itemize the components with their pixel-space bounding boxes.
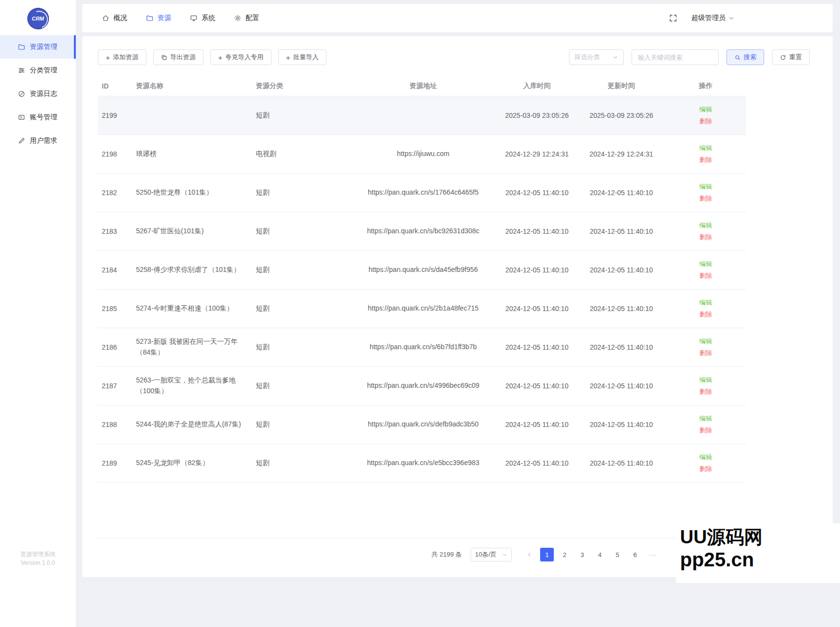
header-created-time: 入库时间 [497,82,577,90]
watermark-line2: pp25.cn [680,548,840,571]
cell-id: 2198 [98,150,132,158]
header-id: ID [98,82,132,90]
page-number-button[interactable]: 1 [540,548,554,561]
nav-item-resources[interactable]: 资源 [146,14,171,22]
delete-link[interactable]: 删除 [700,156,712,164]
delete-link[interactable]: 删除 [700,465,712,473]
delete-link[interactable]: 删除 [700,233,712,242]
nav-item-system[interactable]: 系统 [190,14,215,22]
delete-link[interactable]: 删除 [700,271,712,280]
cell-resource-category: 短剧 [252,420,350,429]
sidebar-item-resource-management[interactable]: 资源管理 [0,35,76,59]
cell-resource-url: https://pan.quark.cn/s/defb9adc3b50 [350,419,497,430]
cell-created-time: 2024-12-05 11:40:10 [497,343,577,351]
sidebar-item-account-management[interactable]: 账号管理 [0,106,76,129]
sidebar-item-user-requirements[interactable]: 用户需求 [0,129,76,153]
sidebar-item-category-management[interactable]: 分类管理 [0,59,76,82]
page-number-button[interactable]: 3 [575,548,589,561]
home-icon [102,14,110,22]
category-filter-select[interactable]: 筛选分类 [569,49,624,65]
cell-resource-url: https://pan.quark.cn/s/da45efb9f956 [350,265,497,275]
delete-link[interactable]: 删除 [700,387,712,396]
quark-import-button[interactable]: + 夸克导入专用 [210,49,272,65]
edit-link[interactable]: 编辑 [700,221,712,230]
cell-created-time: 2024-12-05 11:40:10 [497,266,577,274]
cell-id: 2188 [98,421,132,428]
previous-page-button[interactable] [522,548,536,561]
watermark: UU源码网 pp25.cn [676,523,840,583]
sidebar-item-label: 资源管理 [30,43,57,51]
delete-link[interactable]: 删除 [700,426,712,435]
cell-actions: 编辑 删除 [665,337,746,358]
table-row: 2187 5263-一胎双宝，抢个总裁当爹地（100集） 短剧 https://… [98,367,746,405]
edit-link[interactable]: 编辑 [700,298,712,307]
nav-item-overview[interactable]: 概况 [102,14,127,22]
cell-id: 2187 [98,382,132,390]
table-row: 2184 5258-傅少求求你别虐了（101集） 短剧 https://pan.… [98,251,746,290]
cell-updated-time: 2024-12-05 11:40:10 [577,459,665,467]
user-menu[interactable]: 超级管理员 [691,14,735,22]
cell-actions: 编辑 删除 [665,298,746,319]
cell-actions: 编辑 删除 [665,182,746,203]
nav-item-config[interactable]: 配置 [234,14,259,22]
cell-actions: 编辑 删除 [665,144,746,164]
cell-id: 2184 [98,266,132,274]
sidebar-item-label: 资源日志 [30,90,57,98]
sidebar-footer: 资源管理系统 Version 1.0.0 [0,550,76,567]
cell-updated-time: 2024-12-05 11:40:10 [577,343,665,351]
cell-resource-category: 短剧 [252,343,350,352]
cell-actions: 编辑 删除 [665,376,746,396]
delete-link[interactable]: 删除 [700,310,712,319]
cell-resource-name: 5274-今时重逢不相逢（100集） [132,303,252,314]
edit-link[interactable]: 编辑 [700,144,712,153]
batch-import-button[interactable]: + 批量导入 [278,49,327,65]
reset-button[interactable]: 重置 [772,49,810,65]
delete-link[interactable]: 删除 [700,349,712,358]
more-pages-ellipsis[interactable]: ··· [646,548,659,561]
page-number-button[interactable]: 4 [593,548,607,561]
cell-updated-time: 2024-12-05 11:40:10 [577,189,665,197]
cell-created-time: 2024-12-29 12:24:31 [497,150,577,158]
delete-link[interactable]: 删除 [700,194,712,203]
cell-resource-name: 5273-新版 我被困在同一天一万年（84集） [132,336,252,358]
edit-link[interactable]: 编辑 [700,453,712,462]
keyword-search-input[interactable] [632,49,719,65]
cell-actions: 编辑 删除 [665,414,746,435]
chevron-down-icon [613,54,618,60]
cell-resource-url: https://pan.quark.cn/s/4996bec69c09 [350,381,497,391]
app-logo: CRM [0,0,76,37]
cell-resource-url: https://pan.quark.cn/s/17664c6465f5 [350,187,497,198]
cell-created-time: 2024-12-05 11:40:10 [497,227,577,235]
nav-item-label: 资源 [158,14,171,22]
edit-link[interactable]: 编辑 [700,337,712,346]
header-resource-name: 资源名称 [132,81,252,91]
cell-created-time: 2025-03-09 23:05:26 [497,112,577,119]
cell-resource-category: 短剧 [252,111,350,120]
sidebar-item-resource-logs[interactable]: 资源日志 [0,82,76,106]
fullscreen-icon[interactable] [669,14,678,22]
table-empty-space [98,483,746,538]
page-number-button[interactable]: 5 [611,548,624,561]
refresh-icon [780,54,786,61]
crm-logo-icon: CRM [27,8,49,29]
cell-resource-category: 短剧 [252,188,350,197]
add-resource-button[interactable]: + 添加资源 [98,49,146,65]
delete-link[interactable]: 删除 [700,117,712,126]
edit-link[interactable]: 编辑 [700,260,712,269]
folder-icon [18,43,25,51]
export-resource-button[interactable]: 导出资源 [153,49,204,65]
edit-link[interactable]: 编辑 [700,182,712,191]
table-row: 2186 5273-新版 我被困在同一天一万年（84集） 短剧 https://… [98,328,746,367]
pen-icon [18,137,25,145]
page-number-button[interactable]: 6 [628,548,642,561]
edit-link[interactable]: 编辑 [700,414,712,423]
page-number-button[interactable]: 2 [558,548,571,561]
monitor-icon [190,14,198,22]
plus-icon: + [286,54,291,61]
chevron-down-icon [502,552,507,558]
edit-link[interactable]: 编辑 [700,105,712,114]
search-button[interactable]: 搜索 [726,49,764,65]
edit-link[interactable]: 编辑 [700,376,712,384]
page-size-select[interactable]: 10条/页 [471,548,512,561]
cell-resource-category: 短剧 [252,304,350,313]
